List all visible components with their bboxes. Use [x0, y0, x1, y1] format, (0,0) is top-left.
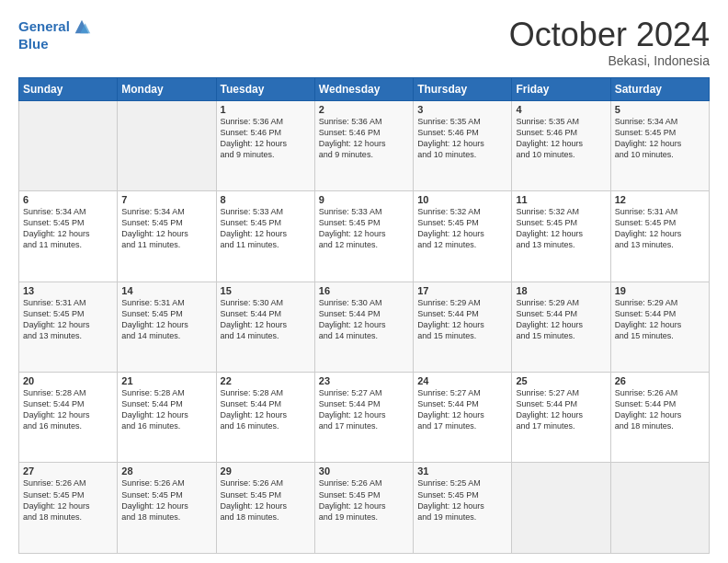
day-info: Sunrise: 5:34 AM Sunset: 5:45 PM Dayligh…: [23, 206, 113, 251]
weekday-header-saturday: Saturday: [610, 77, 709, 100]
calendar-cell: [610, 463, 709, 554]
calendar-cell: 30Sunrise: 5:26 AM Sunset: 5:45 PM Dayli…: [314, 463, 413, 554]
week-row-3: 13Sunrise: 5:31 AM Sunset: 5:45 PM Dayli…: [19, 282, 710, 372]
calendar-cell: 16Sunrise: 5:30 AM Sunset: 5:44 PM Dayli…: [314, 282, 413, 372]
day-number: 11: [516, 194, 606, 205]
calendar-cell: 14Sunrise: 5:31 AM Sunset: 5:45 PM Dayli…: [118, 282, 216, 372]
weekday-header-thursday: Thursday: [414, 77, 512, 100]
day-info: Sunrise: 5:25 AM Sunset: 5:45 PM Dayligh…: [417, 477, 507, 523]
day-number: 2: [319, 104, 409, 115]
day-info: Sunrise: 5:34 AM Sunset: 5:45 PM Dayligh…: [121, 206, 211, 251]
day-number: 13: [23, 285, 113, 296]
day-info: Sunrise: 5:36 AM Sunset: 5:46 PM Dayligh…: [319, 116, 409, 161]
day-info: Sunrise: 5:29 AM Sunset: 5:44 PM Dayligh…: [516, 297, 606, 342]
day-info: Sunrise: 5:35 AM Sunset: 5:46 PM Dayligh…: [516, 116, 606, 161]
day-info: Sunrise: 5:26 AM Sunset: 5:45 PM Dayligh…: [121, 477, 211, 523]
day-number: 1: [221, 104, 311, 115]
day-info: Sunrise: 5:30 AM Sunset: 5:44 PM Dayligh…: [319, 297, 409, 342]
calendar-cell: 13Sunrise: 5:31 AM Sunset: 5:45 PM Dayli…: [19, 282, 118, 372]
day-number: 26: [615, 375, 705, 386]
day-number: 29: [221, 465, 311, 477]
week-row-1: 1Sunrise: 5:36 AM Sunset: 5:46 PM Daylig…: [19, 100, 710, 190]
calendar-cell: 10Sunrise: 5:32 AM Sunset: 5:45 PM Dayli…: [414, 191, 512, 282]
calendar-table: SundayMondayTuesdayWednesdayThursdayFrid…: [18, 77, 710, 554]
calendar-cell: 22Sunrise: 5:28 AM Sunset: 5:44 PM Dayli…: [216, 373, 314, 463]
day-info: Sunrise: 5:31 AM Sunset: 5:45 PM Dayligh…: [23, 297, 113, 342]
calendar-cell: 4Sunrise: 5:35 AM Sunset: 5:46 PM Daylig…: [512, 100, 610, 190]
calendar-cell: 23Sunrise: 5:27 AM Sunset: 5:44 PM Dayli…: [314, 373, 413, 463]
day-number: 15: [221, 285, 311, 296]
day-number: 3: [417, 104, 507, 115]
day-info: Sunrise: 5:26 AM Sunset: 5:45 PM Dayligh…: [221, 477, 311, 523]
page: General Blue October 2024 Bekasi, Indone…: [0, 0, 728, 563]
weekday-header-row: SundayMondayTuesdayWednesdayThursdayFrid…: [19, 77, 710, 100]
day-number: 14: [121, 285, 211, 296]
day-number: 5: [615, 104, 705, 115]
calendar-cell: 5Sunrise: 5:34 AM Sunset: 5:45 PM Daylig…: [610, 100, 709, 190]
calendar-cell: 17Sunrise: 5:29 AM Sunset: 5:44 PM Dayli…: [414, 282, 512, 372]
calendar-cell: 9Sunrise: 5:33 AM Sunset: 5:45 PM Daylig…: [314, 191, 413, 282]
day-info: Sunrise: 5:33 AM Sunset: 5:45 PM Dayligh…: [319, 206, 409, 251]
calendar-cell: 8Sunrise: 5:33 AM Sunset: 5:45 PM Daylig…: [216, 191, 314, 282]
calendar-cell: 15Sunrise: 5:30 AM Sunset: 5:44 PM Dayli…: [216, 282, 314, 372]
day-info: Sunrise: 5:27 AM Sunset: 5:44 PM Dayligh…: [516, 387, 606, 432]
day-info: Sunrise: 5:27 AM Sunset: 5:44 PM Dayligh…: [417, 387, 507, 432]
month-title: October 2024: [509, 17, 710, 53]
calendar-cell: [118, 100, 216, 190]
day-info: Sunrise: 5:26 AM Sunset: 5:44 PM Dayligh…: [615, 387, 705, 432]
calendar-cell: 26Sunrise: 5:26 AM Sunset: 5:44 PM Dayli…: [610, 373, 709, 463]
day-number: 25: [516, 375, 606, 386]
calendar-cell: 12Sunrise: 5:31 AM Sunset: 5:45 PM Dayli…: [610, 191, 709, 282]
calendar-cell: [19, 100, 118, 190]
day-number: 8: [221, 194, 311, 205]
day-number: 22: [221, 375, 311, 386]
week-row-5: 27Sunrise: 5:26 AM Sunset: 5:45 PM Dayli…: [19, 463, 710, 554]
weekday-header-monday: Monday: [118, 77, 216, 100]
calendar-cell: 21Sunrise: 5:28 AM Sunset: 5:44 PM Dayli…: [118, 373, 216, 463]
day-info: Sunrise: 5:26 AM Sunset: 5:45 PM Dayligh…: [23, 477, 113, 523]
weekday-header-wednesday: Wednesday: [314, 77, 413, 100]
calendar-cell: [512, 463, 610, 554]
day-number: 4: [516, 104, 606, 115]
day-info: Sunrise: 5:26 AM Sunset: 5:45 PM Dayligh…: [319, 477, 409, 523]
calendar-cell: 24Sunrise: 5:27 AM Sunset: 5:44 PM Dayli…: [414, 373, 512, 463]
day-number: 16: [319, 285, 409, 296]
day-info: Sunrise: 5:27 AM Sunset: 5:44 PM Dayligh…: [319, 387, 409, 432]
day-info: Sunrise: 5:36 AM Sunset: 5:46 PM Dayligh…: [221, 116, 311, 161]
title-block: October 2024 Bekasi, Indonesia: [509, 17, 710, 68]
location-subtitle: Bekasi, Indonesia: [509, 53, 710, 68]
week-row-2: 6Sunrise: 5:34 AM Sunset: 5:45 PM Daylig…: [19, 191, 710, 282]
logo-icon: [72, 17, 92, 37]
day-number: 9: [319, 194, 409, 205]
day-number: 17: [417, 285, 507, 296]
calendar-cell: 19Sunrise: 5:29 AM Sunset: 5:44 PM Dayli…: [610, 282, 709, 372]
weekday-header-friday: Friday: [512, 77, 610, 100]
header: General Blue October 2024 Bekasi, Indone…: [18, 17, 710, 68]
day-number: 21: [121, 375, 211, 386]
day-info: Sunrise: 5:33 AM Sunset: 5:45 PM Dayligh…: [221, 206, 311, 251]
calendar-cell: 29Sunrise: 5:26 AM Sunset: 5:45 PM Dayli…: [216, 463, 314, 554]
calendar-cell: 2Sunrise: 5:36 AM Sunset: 5:46 PM Daylig…: [314, 100, 413, 190]
calendar-cell: 27Sunrise: 5:26 AM Sunset: 5:45 PM Dayli…: [19, 463, 118, 554]
calendar-cell: 1Sunrise: 5:36 AM Sunset: 5:46 PM Daylig…: [216, 100, 314, 190]
day-number: 31: [417, 465, 507, 477]
day-number: 24: [417, 375, 507, 386]
day-info: Sunrise: 5:30 AM Sunset: 5:44 PM Dayligh…: [221, 297, 311, 342]
calendar-cell: 25Sunrise: 5:27 AM Sunset: 5:44 PM Dayli…: [512, 373, 610, 463]
calendar-cell: 20Sunrise: 5:28 AM Sunset: 5:44 PM Dayli…: [19, 373, 118, 463]
logo: General Blue: [18, 17, 92, 52]
day-number: 18: [516, 285, 606, 296]
day-number: 28: [121, 465, 211, 477]
day-number: 19: [615, 285, 705, 296]
day-info: Sunrise: 5:31 AM Sunset: 5:45 PM Dayligh…: [121, 297, 211, 342]
day-info: Sunrise: 5:31 AM Sunset: 5:45 PM Dayligh…: [615, 206, 705, 251]
calendar-cell: 31Sunrise: 5:25 AM Sunset: 5:45 PM Dayli…: [414, 463, 512, 554]
day-number: 23: [319, 375, 409, 386]
day-info: Sunrise: 5:28 AM Sunset: 5:44 PM Dayligh…: [221, 387, 311, 432]
day-number: 7: [121, 194, 211, 205]
weekday-header-sunday: Sunday: [19, 77, 118, 100]
calendar-cell: 7Sunrise: 5:34 AM Sunset: 5:45 PM Daylig…: [118, 191, 216, 282]
logo-text2: Blue: [18, 37, 92, 52]
day-info: Sunrise: 5:28 AM Sunset: 5:44 PM Dayligh…: [23, 387, 113, 432]
calendar-cell: 3Sunrise: 5:35 AM Sunset: 5:46 PM Daylig…: [414, 100, 512, 190]
